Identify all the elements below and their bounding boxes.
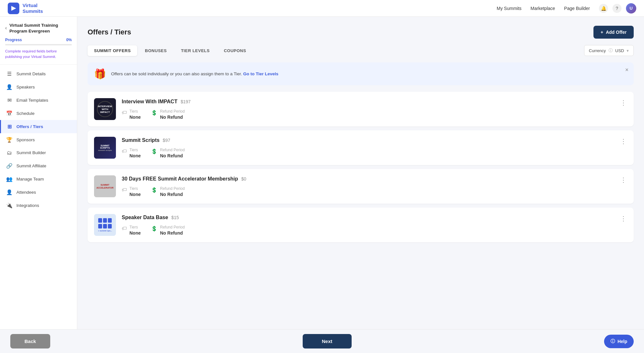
main-content: Offers / Tiers + Add Offer SUMMIT OFFERS… <box>77 17 644 353</box>
sidebar-item-schedule[interactable]: 📅 Schedule <box>0 107 77 120</box>
sidebar-item-summit-details[interactable]: ☰ Summit Details <box>0 67 77 80</box>
offer-name: Speaker Data Base <box>122 215 168 220</box>
dollar-icon: 💲 <box>151 148 157 154</box>
tiers-label: Tiers <box>129 148 141 152</box>
tab-coupons[interactable]: COUPONS <box>217 45 252 56</box>
gift-icon: 🎁 <box>94 68 106 79</box>
more-options-icon[interactable]: ⋮ <box>619 98 628 108</box>
add-offer-label: Add Offer <box>606 30 627 35</box>
tag-icon: 🏷 <box>122 148 127 154</box>
page-builder-link[interactable]: Page Builder <box>564 6 590 11</box>
sidebar-item-offers-tiers[interactable]: ⊞ Offers / Tiers <box>0 120 77 133</box>
sidebar-item-manage-team[interactable]: 👥 Manage Team <box>0 172 77 186</box>
page-header: Offers / Tiers + Add Offer <box>88 26 634 39</box>
progress-label: Progress <box>5 38 22 42</box>
notification-icon[interactable]: 🔔 <box>599 4 608 13</box>
refund-value: No Refund <box>160 153 185 158</box>
dollar-icon: 💲 <box>151 226 157 232</box>
offer-thumbnail: SUMMITACCELERATOR <box>94 175 116 197</box>
offer-card: + summit spe... Speaker Data Base $15 🏷 … <box>88 208 634 242</box>
refund-label: Refund Period <box>160 148 185 152</box>
offer-name: Summit Scripts <box>122 137 159 143</box>
sidebar-item-speakers[interactable]: 👤 Speakers <box>0 80 77 94</box>
logo-icon: ▶ <box>8 3 19 14</box>
currency-selector[interactable]: Currency ⓘ USD ▾ <box>584 45 634 56</box>
sidebar-item-summit-affiliate[interactable]: 🔗 Summit Affiliate <box>0 159 77 172</box>
nav-links: My Summits Marketplace Page Builder 🔔 ? … <box>497 3 636 14</box>
refund-label: Refund Period <box>160 225 185 229</box>
tier-levels-link[interactable]: Go to Tier Levels <box>243 71 278 76</box>
refund-value: No Refund <box>160 115 185 120</box>
offer-thumbnail: INTERVIEWWITHIMPACT <box>94 98 116 120</box>
sidebar-item-label: Integrations <box>16 203 39 208</box>
integrations-icon: 🔌 <box>6 202 13 209</box>
sidebar-item-label: Summit Details <box>16 71 46 76</box>
back-button[interactable]: Back <box>10 334 50 348</box>
calendar-icon: 📅 <box>6 110 13 116</box>
currency-label: Currency <box>589 48 606 53</box>
help-label: Help <box>618 339 627 344</box>
more-options-icon[interactable]: ⋮ <box>619 175 628 185</box>
more-options-icon[interactable]: ⋮ <box>619 136 628 146</box>
more-options-icon[interactable]: ⋮ <box>619 213 628 224</box>
dollar-icon: 💲 <box>151 110 157 116</box>
help-circle-icon: ⓘ <box>611 339 615 344</box>
info-banner: 🎁 Offers can be sold individually or you… <box>88 62 634 85</box>
tab-bonuses[interactable]: BONUSES <box>138 45 173 56</box>
sidebar-item-label: Schedule <box>16 111 34 116</box>
sidebar-item-email-templates[interactable]: ✉ Email Templates <box>0 94 77 107</box>
help-button[interactable]: ⓘ Help <box>604 335 634 348</box>
sidebar-item-integrations[interactable]: 🔌 Integrations <box>0 199 77 212</box>
tab-tier-levels[interactable]: TIER LEVELS <box>175 45 216 56</box>
offer-card: SUMMITACCELERATOR 30 Days FREE Summit Ac… <box>88 169 634 204</box>
tabs-row: SUMMIT OFFERS BONUSES TIER LEVELS COUPON… <box>88 45 634 56</box>
tiers-value: None <box>129 115 141 120</box>
offer-info: Interview With IMPACT $197 🏷 Tiers None … <box>122 99 627 120</box>
help-icon[interactable]: ? <box>612 4 621 13</box>
progress-bar-bg <box>5 44 72 45</box>
offer-info: Speaker Data Base $15 🏷 Tiers None 💲 <box>122 215 627 236</box>
add-offer-button[interactable]: + Add Offer <box>593 26 634 39</box>
offer-price: $0 <box>241 176 246 181</box>
refund-value: No Refund <box>160 192 185 197</box>
my-summits-link[interactable]: My Summits <box>497 6 522 11</box>
offer-info: Summit Scripts $97 🏷 Tiers None 💲 <box>122 137 627 158</box>
tab-summit-offers[interactable]: SUMMIT OFFERS <box>88 45 137 56</box>
builder-icon: 🗂 <box>6 150 13 156</box>
logo[interactable]: ▶ VirtualSummits <box>8 3 43 14</box>
tiers-value: None <box>129 192 141 197</box>
offer-card: SUMMITSCRIPTSsummit scripts Summit Scrip… <box>88 130 634 165</box>
offer-price: $15 <box>171 215 179 220</box>
tiers-label: Tiers <box>129 186 141 191</box>
offer-thumbnail: SUMMITSCRIPTSsummit scripts <box>94 137 116 159</box>
sidebar-nav: ☰ Summit Details 👤 Speakers ✉ Email Temp… <box>0 65 77 331</box>
sidebar-item-summit-builder[interactable]: 🗂 Summit Builder <box>0 146 77 159</box>
affiliate-icon: 🔗 <box>6 163 13 169</box>
offer-info: 30 Days FREE Summit Accelerator Membersh… <box>122 176 627 197</box>
chevron-down-icon: ▾ <box>627 48 629 53</box>
nav-icons: 🔔 ? U <box>599 3 636 14</box>
list-icon: ☰ <box>6 71 13 77</box>
tiers-value: None <box>129 153 141 158</box>
sidebar-warning: Complete required fields before publishi… <box>5 49 72 60</box>
page-title: Offers / Tiers <box>88 28 131 36</box>
tiers-label: Tiers <box>129 109 141 114</box>
dollar-icon: 💲 <box>151 187 157 193</box>
refund-label: Refund Period <box>160 186 185 191</box>
sidebar-item-sponsors[interactable]: 🏆 Sponsors <box>0 133 77 146</box>
grid-icon: ⊞ <box>6 124 13 130</box>
refund-label: Refund Period <box>160 109 185 114</box>
close-icon[interactable]: × <box>625 67 629 73</box>
user-avatar[interactable]: U <box>626 3 636 14</box>
back-arrow-icon[interactable]: ‹ <box>5 25 7 32</box>
offer-name: 30 Days FREE Summit Accelerator Membersh… <box>122 176 238 182</box>
user-icon: 👤 <box>6 84 13 90</box>
offer-card: INTERVIEWWITHIMPACT Interview With IMPAC… <box>88 92 634 126</box>
bottom-bar: Back Next ⓘ Help <box>0 329 644 353</box>
attendees-icon: 👤 <box>6 189 13 195</box>
next-button[interactable]: Next <box>303 334 352 348</box>
progress-row: Progress 0% <box>5 38 72 42</box>
plus-icon: + <box>601 30 603 35</box>
marketplace-link[interactable]: Marketplace <box>531 6 555 11</box>
sidebar-item-attendees[interactable]: 👤 Attendees <box>0 186 77 199</box>
